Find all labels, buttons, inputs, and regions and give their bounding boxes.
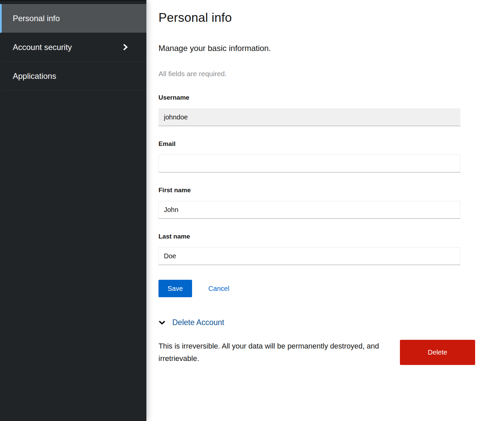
cancel-link[interactable]: Cancel [209,285,229,293]
username-label: Username [158,94,460,101]
email-label: Email [158,140,460,148]
sidebar-item-label: Applications [13,71,56,81]
last-name-group: Last name [158,233,460,265]
required-fields-note: All fields are required. [158,70,504,78]
sidebar-item-account-security[interactable]: Account security [0,33,146,62]
sidebar-item-applications[interactable]: Applications [0,62,146,91]
delete-button[interactable]: Delete [400,340,475,365]
sidebar-item-personal-info[interactable]: Personal info [0,4,146,33]
email-field[interactable] [158,155,460,172]
last-name-label: Last name [158,233,460,240]
delete-account-toggle-label: Delete Account [172,318,224,327]
account-console: Personal info Account security Applicati… [0,0,504,421]
personal-info-form: Username Email First name Last name Save… [158,94,460,297]
first-name-field[interactable] [158,201,460,219]
page-title: Personal info [158,11,504,25]
main-content: Personal info Manage your basic informat… [146,0,504,421]
sidebar-nav: Personal info Account security Applicati… [0,4,146,91]
username-field[interactable] [158,108,460,126]
form-actions: Save Cancel [158,280,460,297]
first-name-label: First name [158,187,460,194]
last-name-field[interactable] [158,247,460,265]
page-subtitle: Manage your basic information. [158,44,504,53]
sidebar-item-label: Account security [13,43,72,52]
delete-account-section: This is irreversible. All your data will… [158,340,475,365]
save-button[interactable]: Save [158,280,192,297]
first-name-group: First name [158,187,460,219]
delete-account-toggle[interactable]: Delete Account [158,318,224,327]
username-group: Username [158,94,460,126]
email-group: Email [158,140,460,172]
sidebar-item-label: Personal info [13,14,60,23]
chevron-down-icon [158,320,166,325]
chevron-right-icon [123,44,128,51]
delete-warning-text: This is irreversible. All your data will… [158,340,387,365]
sidebar: Personal info Account security Applicati… [0,0,146,421]
